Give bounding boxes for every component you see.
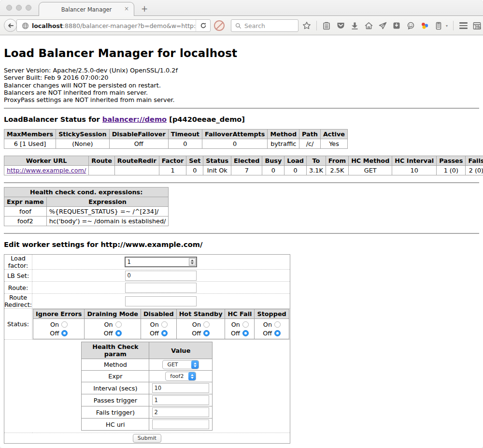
hot-standby-off-radio[interactable] (203, 330, 210, 336)
cell-route (89, 166, 115, 175)
toolbar-separator (453, 21, 454, 30)
method-select[interactable]: GET (162, 360, 199, 369)
cell-hc-method: GET (349, 166, 392, 175)
send-page-icon[interactable] (378, 21, 387, 30)
close-window-button[interactable] (6, 5, 12, 11)
column-header: Worker URL (4, 156, 89, 166)
status-heading-prefix: LoadBalancer Status for (4, 115, 102, 123)
reload-button[interactable] (196, 20, 210, 31)
draining-mode-off-radio[interactable] (115, 330, 122, 336)
ignore-errors-off-radio[interactable] (61, 330, 68, 336)
search-bar[interactable] (231, 19, 298, 32)
column-header: Path (299, 130, 321, 139)
tab-bar: Balancer Manager × + (0, 0, 483, 16)
menu-icon[interactable] (459, 21, 468, 30)
hc-fail-off-radio[interactable] (242, 330, 249, 336)
lb-set-label: LB Set: (4, 270, 32, 282)
off-label: Off (231, 330, 240, 337)
table-header-row: Expr name Expression (4, 197, 169, 207)
hc-uri-input[interactable] (152, 419, 209, 429)
pocket-icon[interactable] (336, 21, 345, 30)
window-controls[interactable] (6, 5, 31, 11)
bookmark-star-icon[interactable] (302, 21, 311, 30)
cell-timeout: 0 (168, 139, 202, 149)
health-check-param-table: Health Check param Value Method GET (81, 342, 213, 431)
route-input[interactable] (125, 283, 197, 293)
url-text[interactable]: localhost:8880/balancer-manager?b=demo&w… (32, 22, 196, 29)
home-icon[interactable] (364, 21, 373, 30)
cell-active: Yes (320, 139, 347, 149)
tab-balancer-manager[interactable]: Balancer Manager × (39, 2, 134, 16)
column-header: Busy (262, 156, 284, 166)
chevron-down-icon[interactable]: ▾ (446, 24, 448, 28)
back-button[interactable] (4, 19, 17, 32)
interval-label: Interval (secs) (82, 382, 149, 394)
url-bar[interactable]: localhost:8880/balancer-manager?b=demo&w… (16, 19, 211, 32)
column-header: Status (203, 156, 231, 166)
forum-smiley-icon[interactable] (406, 21, 415, 30)
tab-close-icon[interactable]: × (124, 5, 129, 12)
save-to-device-icon[interactable] (392, 21, 401, 30)
lb-set-input[interactable] (125, 271, 197, 281)
minimize-window-button[interactable] (16, 5, 22, 11)
column-header: Set (186, 156, 203, 166)
disabled-on-radio[interactable] (161, 321, 168, 328)
cell-to: 3.1K (307, 166, 326, 175)
ignore-errors-on-radio[interactable] (61, 321, 68, 328)
column-header: Fails (466, 156, 483, 166)
search-icon (235, 23, 242, 29)
draining-mode-on-radio[interactable] (115, 321, 122, 328)
cell-expression: hc('body') =~ /domain is established/ (46, 217, 169, 226)
stopped-on-radio[interactable] (274, 321, 281, 328)
new-tab-button[interactable]: + (141, 4, 148, 14)
load-factor-input[interactable] (125, 257, 197, 267)
table-header-row: Ignore Errors Draining Mode Disabled Hot… (33, 309, 289, 319)
column-header: StickySession (56, 130, 110, 139)
submit-button[interactable]: Submit (133, 434, 161, 443)
reading-list-icon[interactable] (322, 21, 331, 30)
balancer-demo-link[interactable]: balancer://demo (102, 115, 167, 123)
on-label: On (231, 321, 240, 328)
expr-select[interactable]: foof2 (165, 372, 196, 381)
zoom-window-button[interactable] (26, 5, 31, 11)
cell-fails: 2 (0) (466, 166, 483, 175)
route-redirect-input[interactable] (125, 296, 197, 306)
cell-elected: 7 (231, 166, 262, 175)
method-select-value: GET (163, 361, 191, 368)
table-row: Passes trigger (82, 394, 213, 406)
hc-fail-on-radio[interactable] (242, 321, 249, 328)
reload-icon (200, 22, 207, 29)
disabled-off-radio[interactable] (161, 330, 168, 336)
load-factor-field[interactable] (126, 258, 188, 266)
colored-dots-extension-icon[interactable] (420, 21, 429, 30)
downloads-icon[interactable] (350, 21, 359, 30)
cell-from: 2.5K (326, 166, 348, 175)
search-input[interactable] (244, 22, 289, 29)
column-header: Load (284, 156, 307, 166)
table-row: foof %{REQUEST_STATUS} =~ /^[234]/ (4, 207, 169, 217)
number-spinner-icon[interactable] (189, 258, 196, 266)
worker-url-link[interactable]: http://www.example.com/ (7, 167, 86, 174)
form-row-lb-set: LB Set: (4, 270, 290, 282)
table-row: Expr foof2 (82, 371, 213, 382)
column-header: Elected (231, 156, 262, 166)
hot-standby-on-radio[interactable] (203, 321, 210, 328)
cell-expression: %{REQUEST_STATUS} =~ /^[234]/ (46, 207, 169, 217)
column-header: DisableFailover (109, 130, 168, 139)
loadbalancer-status-heading: LoadBalancer Status for balancer://demo … (4, 115, 479, 123)
cell-stickysession: (None) (56, 139, 110, 149)
column-header: Factor (159, 156, 186, 166)
column-header: HC Method (349, 156, 392, 166)
stopped-off-radio[interactable] (274, 330, 281, 336)
cell-hc-interval: 10 (392, 166, 437, 175)
archive-extension-icon[interactable] (434, 21, 443, 30)
navigation-toolbar: localhost:8880/balancer-manager?b=demo&w… (0, 16, 483, 35)
tiles-icon[interactable] (473, 21, 482, 30)
cell-busy: 0 (262, 166, 284, 175)
toolbar-icons: ▾ (302, 16, 482, 35)
interval-input[interactable] (152, 383, 209, 393)
fails-input[interactable] (152, 407, 209, 417)
blocked-content-icon[interactable] (214, 20, 225, 31)
cell-failoverattempts: 0 (202, 139, 268, 149)
passes-input[interactable] (152, 395, 209, 405)
